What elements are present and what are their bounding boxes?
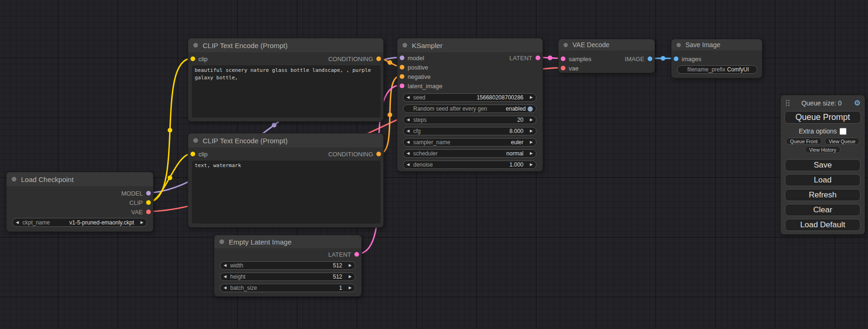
decrement-arrow-icon[interactable]: ◀	[407, 152, 413, 155]
widget-width[interactable]: ◀ width 512 ▶	[220, 261, 355, 270]
input-port-images[interactable]	[674, 56, 678, 61]
decrement-arrow-icon[interactable]: ◀	[407, 118, 413, 122]
refresh-button[interactable]: Refresh	[785, 189, 861, 201]
settings-gear-icon[interactable]: ⚙	[854, 99, 861, 107]
widget-scheduler[interactable]: ◀ scheduler normal ▶	[403, 149, 536, 158]
decrement-arrow-icon[interactable]: ◀	[224, 264, 230, 267]
increment-arrow-icon[interactable]: ▶	[345, 286, 352, 290]
input-port-latent-image[interactable]	[400, 84, 404, 88]
widget-value: 1.000	[509, 161, 526, 168]
widget-value: normal	[506, 150, 526, 157]
node-clip-text-encode-positive[interactable]: CLIP Text Encode (Prompt) clip CONDITION…	[188, 38, 384, 122]
node-save-image[interactable]: Save Image images filename_prefix ComfyU…	[671, 39, 762, 78]
node-title-bar[interactable]: Load Checkpoint	[7, 172, 153, 186]
port-label: model	[408, 55, 424, 62]
queue-front-button[interactable]: Queue Front	[786, 138, 822, 145]
node-title-bar[interactable]: Empty Latent Image	[214, 235, 361, 248]
collapse-dot-icon[interactable]	[677, 43, 681, 47]
widget-value: ComfyUI	[727, 66, 754, 73]
node-ksampler[interactable]: KSampler model LATENT positive	[397, 38, 543, 172]
load-default-button[interactable]: Load Default	[785, 219, 861, 231]
output-port-clip[interactable]	[146, 200, 151, 205]
output-port-image[interactable]	[648, 56, 652, 61]
output-port-conditioning[interactable]	[376, 56, 381, 61]
input-port-positive[interactable]	[400, 65, 404, 70]
collapse-dot-icon[interactable]	[564, 43, 568, 47]
view-queue-button[interactable]: View Queue	[825, 138, 860, 145]
node-title-bar[interactable]: CLIP Text Encode (Prompt)	[188, 38, 383, 52]
toggle-knob-icon[interactable]	[528, 106, 533, 112]
node-empty-latent-image[interactable]: Empty Latent Image LATENT ◀ width 512 ▶ …	[214, 235, 362, 297]
node-title: Save Image	[685, 41, 720, 49]
widget-random-seed-toggle[interactable]: Random seed after every gen enabled	[403, 105, 536, 113]
widget-height[interactable]: ◀ height 512 ▶	[220, 273, 355, 281]
negative-prompt-textarea[interactable]: text, watermark	[192, 161, 381, 224]
increment-arrow-icon[interactable]: ▶	[345, 264, 352, 267]
collapse-dot-icon[interactable]	[219, 239, 224, 244]
collapse-dot-icon[interactable]	[193, 43, 198, 48]
increment-arrow-icon[interactable]: ▶	[526, 140, 533, 144]
clear-button[interactable]: Clear	[785, 204, 861, 216]
node-title: Load Checkpoint	[21, 175, 74, 183]
increment-arrow-icon[interactable]: ▶	[526, 96, 533, 99]
node-title: VAE Decode	[572, 41, 609, 49]
input-port-clip[interactable]	[191, 56, 195, 61]
drag-handle-icon[interactable]	[786, 100, 787, 101]
save-button[interactable]: Save	[785, 159, 861, 171]
node-graph-canvas[interactable]: CLIP Text Encode (Prompt) clip CONDITION…	[0, 0, 868, 329]
decrement-arrow-icon[interactable]: ◀	[224, 275, 230, 279]
increment-arrow-icon[interactable]: ▶	[526, 163, 533, 167]
widget-steps[interactable]: ◀ steps 20 ▶	[403, 116, 536, 124]
queue-prompt-button[interactable]: Queue Prompt	[784, 111, 861, 124]
load-button[interactable]: Load	[785, 174, 861, 186]
input-port-model[interactable]	[400, 56, 404, 60]
port-label: clip	[198, 151, 208, 158]
decrement-arrow-icon[interactable]: ◀	[16, 221, 22, 224]
output-port-latent[interactable]	[354, 252, 359, 257]
queue-panel[interactable]: Queue size: 0 ⚙ Queue Prompt Extra optio…	[780, 95, 865, 235]
widget-name: denoise	[413, 161, 433, 168]
increment-arrow-icon[interactable]: ▶	[526, 152, 533, 155]
collapse-dot-icon[interactable]	[402, 43, 407, 48]
widget-filename-prefix[interactable]: filename_prefix ComfyUI	[677, 65, 757, 74]
input-port-vae[interactable]	[561, 66, 565, 70]
node-title-bar[interactable]: CLIP Text Encode (Prompt)	[188, 133, 383, 147]
widget-denoise[interactable]: ◀ denoise 1.000 ▶	[403, 161, 536, 169]
collapse-dot-icon[interactable]	[12, 177, 16, 182]
collapse-dot-icon[interactable]	[193, 138, 198, 143]
widget-name: steps	[413, 117, 427, 123]
extra-options-checkbox[interactable]	[840, 128, 847, 135]
input-port-clip[interactable]	[191, 152, 195, 156]
node-clip-text-encode-negative[interactable]: CLIP Text Encode (Prompt) clip CONDITION…	[188, 133, 384, 228]
decrement-arrow-icon[interactable]: ◀	[224, 286, 230, 290]
view-history-button[interactable]: View History	[805, 146, 840, 153]
input-port-negative[interactable]	[400, 74, 404, 79]
output-port-conditioning[interactable]	[376, 152, 381, 156]
positive-prompt-textarea[interactable]: beautiful scenery nature glass bottle la…	[192, 65, 381, 118]
increment-arrow-icon[interactable]: ▶	[526, 129, 533, 133]
widget-ckpt-name[interactable]: ◀ ckpt_name v1-5-pruned-emaonly.ckpt ▶	[12, 218, 147, 227]
node-vae-decode[interactable]: VAE Decode samples IMAGE vae	[558, 39, 655, 73]
decrement-arrow-icon[interactable]: ◀	[407, 129, 413, 133]
increment-arrow-icon[interactable]: ▶	[137, 221, 143, 224]
port-label: CONDITIONING	[328, 56, 373, 63]
widget-seed[interactable]: ◀ seed 156680208700286 ▶	[403, 93, 536, 102]
decrement-arrow-icon[interactable]: ◀	[407, 163, 413, 167]
node-title-bar[interactable]: VAE Decode	[558, 39, 655, 50]
node-load-checkpoint[interactable]: Load Checkpoint MODEL CLIP VAE	[6, 172, 154, 232]
link-midpoint-dot	[168, 175, 172, 180]
decrement-arrow-icon[interactable]: ◀	[407, 96, 413, 99]
input-port-samples[interactable]	[561, 56, 565, 61]
widget-sampler-name[interactable]: ◀ sampler_name euler ▶	[403, 138, 536, 147]
output-port-latent[interactable]	[536, 56, 540, 60]
output-port-model[interactable]	[146, 191, 151, 196]
decrement-arrow-icon[interactable]: ◀	[407, 140, 413, 144]
increment-arrow-icon[interactable]: ▶	[345, 275, 352, 279]
widget-batch-size[interactable]: ◀ batch_size 1 ▶	[220, 284, 355, 292]
output-port-vae[interactable]	[146, 210, 151, 214]
node-title-bar[interactable]: Save Image	[671, 39, 762, 50]
node-title-bar[interactable]: KSampler	[397, 38, 543, 52]
widget-cfg[interactable]: ◀ cfg 8.000 ▶	[403, 127, 536, 135]
increment-arrow-icon[interactable]: ▶	[526, 118, 533, 122]
widget-value: enabled	[506, 105, 527, 112]
